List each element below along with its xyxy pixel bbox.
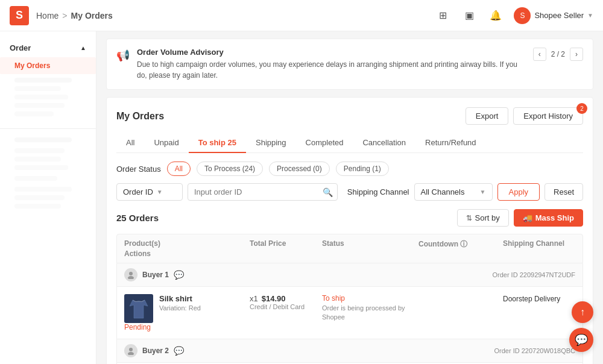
order-status-label: Order Status bbox=[116, 165, 161, 174]
sort-button[interactable]: ⇅ Sort by bbox=[457, 209, 509, 227]
count-actions: ⇅ Sort by 🚚 Mass Ship bbox=[457, 209, 583, 227]
floating-scroll-top-button[interactable]: ↑ bbox=[572, 301, 593, 323]
seller-avatar: S bbox=[514, 7, 531, 24]
advisory-banner: 📢 Order Volume Advisory Due to high camp… bbox=[106, 39, 593, 90]
tab-to-ship[interactable]: To ship 25 bbox=[189, 133, 246, 153]
product-price: x1$14.90 Credit / Debit Card bbox=[250, 294, 322, 310]
orders-count: 25 Orders bbox=[116, 213, 159, 223]
advisory-next-button[interactable]: › bbox=[570, 48, 583, 61]
shopee-logo: S bbox=[10, 6, 29, 25]
layout-icon[interactable]: ▣ bbox=[461, 7, 478, 24]
status-pending-button[interactable]: Pending (1) bbox=[336, 162, 389, 176]
tab-shipping[interactable]: Shipping bbox=[246, 133, 296, 153]
chevron-down-icon: ▼ bbox=[587, 12, 593, 19]
count-row: 25 Orders ⇅ Sort by 🚚 Mass Ship bbox=[116, 209, 583, 227]
status-text: To ship bbox=[322, 294, 418, 303]
orders-header: My Orders Export Export History 2 bbox=[116, 107, 583, 125]
col-products: Product(s) bbox=[124, 239, 250, 249]
advisory-text: Due to high campaign order volumes, you … bbox=[137, 59, 526, 81]
main-layout: Order ▲ My Orders bbox=[0, 31, 603, 364]
status-processed-button[interactable]: Processed (0) bbox=[269, 162, 330, 176]
status-sub: Order is being processed by Shopee bbox=[322, 304, 418, 322]
grid-icon[interactable]: ⊞ bbox=[434, 7, 451, 24]
order-section: Order ▲ My Orders bbox=[0, 39, 96, 124]
order-id-select[interactable]: Order ID ▼ bbox=[116, 183, 183, 201]
search-row: Order ID ▼ 🔍 Shipping Channel All Channe… bbox=[116, 183, 583, 201]
actions-col: Pending bbox=[124, 323, 250, 331]
shipping-channel-select[interactable]: All Channels ▼ bbox=[414, 183, 493, 201]
export-button[interactable]: Export bbox=[466, 107, 509, 125]
shipping-channel-value: All Channels bbox=[421, 187, 465, 196]
breadcrumb: Home > My Orders bbox=[36, 11, 113, 20]
export-history-button[interactable]: Export History 2 bbox=[513, 107, 583, 125]
product-name: Silk shirt bbox=[159, 294, 201, 303]
col-actions: Actions bbox=[124, 249, 250, 258]
search-input-wrap: 🔍 bbox=[188, 183, 338, 201]
svg-point-4 bbox=[128, 352, 134, 355]
pending-status: Pending bbox=[124, 323, 151, 331]
svg-point-0 bbox=[129, 272, 133, 275]
price-main: $14.90 bbox=[262, 294, 286, 303]
search-input[interactable] bbox=[188, 183, 338, 201]
app-header: S Home > My Orders ⊞ ▣ 🔔 S Shopee Seller… bbox=[0, 0, 603, 31]
shipping-channel-value: Doorstep Delivery bbox=[503, 295, 560, 303]
seller-label: Shopee Seller bbox=[534, 11, 584, 20]
order-id-label: Order ID bbox=[123, 187, 153, 196]
breadcrumb-sep: > bbox=[62, 11, 67, 20]
sidebar: Order ▲ My Orders bbox=[0, 31, 96, 364]
chevron-up-icon: ▲ bbox=[80, 45, 86, 51]
shipping-channel-label: Shipping Channel bbox=[347, 187, 409, 196]
payment-method: Credit / Debit Card bbox=[250, 303, 322, 310]
advisory-nav: ‹ 2 / 2 › bbox=[533, 48, 583, 61]
col-shipping: Shipping Channel bbox=[503, 239, 575, 249]
export-history-badge: 2 bbox=[576, 103, 587, 114]
advisory-prev-button[interactable]: ‹ bbox=[533, 48, 546, 61]
main-content: 📢 Order Volume Advisory Due to high camp… bbox=[96, 31, 603, 364]
sidebar-section-order[interactable]: Order ▲ bbox=[0, 39, 96, 57]
advisory-title: Order Volume Advisory bbox=[137, 48, 526, 57]
sidebar-section-label: Order bbox=[10, 43, 31, 52]
product-info: Silk shirt Variation: Red bbox=[124, 294, 250, 323]
seller-profile[interactable]: S Shopee Seller ▼ bbox=[514, 7, 593, 24]
tab-completed[interactable]: Completed bbox=[296, 133, 353, 153]
bell-icon[interactable]: 🔔 bbox=[487, 7, 504, 24]
tab-all[interactable]: All bbox=[116, 133, 144, 153]
status-to-process-button[interactable]: To Process (24) bbox=[197, 162, 263, 176]
chat-icon[interactable]: 💬 bbox=[174, 270, 184, 280]
header-actions: ⊞ ▣ 🔔 S Shopee Seller ▼ bbox=[434, 7, 593, 24]
status-filter: Order Status All To Process (24) Process… bbox=[116, 162, 583, 176]
apply-button[interactable]: Apply bbox=[497, 183, 540, 201]
buyer-name: Buyer 2 bbox=[142, 347, 169, 355]
product-qty: x1 bbox=[250, 294, 258, 303]
search-icon[interactable]: 🔍 bbox=[323, 187, 333, 197]
table-body: Buyer 1 💬 Order ID 22092947NT2UDF bbox=[116, 263, 583, 364]
advisory-content: Order Volume Advisory Due to high campai… bbox=[137, 48, 526, 81]
sort-label: Sort by bbox=[475, 213, 500, 222]
chat-icon[interactable]: 💬 bbox=[174, 346, 184, 356]
sidebar-item-my-orders[interactable]: My Orders bbox=[0, 57, 96, 74]
status-all-button[interactable]: All bbox=[167, 162, 191, 176]
orders-table: Product(s) Total Price Status Countdown … bbox=[116, 234, 583, 364]
product-variation: Variation: Red bbox=[159, 304, 201, 312]
orders-card: My Orders Export Export History 2 All Un… bbox=[106, 97, 593, 364]
sidebar-blurred-items bbox=[0, 74, 96, 124]
order-id-2: Order ID 220720W018QBC bbox=[494, 347, 575, 354]
buyer-avatar bbox=[124, 344, 137, 357]
col-status: Status bbox=[322, 239, 418, 249]
home-link[interactable]: Home bbox=[36, 11, 58, 20]
reset-button[interactable]: Reset bbox=[545, 183, 583, 201]
floating-chat-button[interactable]: 💬 bbox=[569, 328, 593, 352]
table-header: Product(s) Total Price Status Countdown … bbox=[116, 234, 583, 263]
product-status: To ship Order is being processed by Shop… bbox=[322, 294, 418, 322]
table-row: Silk shirt Variation: Red x1$14.90 Credi… bbox=[117, 287, 582, 339]
tab-cancellation[interactable]: Cancellation bbox=[353, 133, 415, 153]
advisory-pagination: 2 / 2 bbox=[551, 50, 565, 58]
buyer-avatar bbox=[124, 268, 137, 281]
orders-title: My Orders bbox=[116, 111, 164, 122]
col-price: Total Price bbox=[250, 239, 322, 249]
mass-ship-button[interactable]: 🚚 Mass Ship bbox=[514, 209, 583, 227]
chevron-down-icon: ▼ bbox=[157, 189, 163, 195]
ship-icon: 🚚 bbox=[523, 213, 532, 222]
tab-return-refund[interactable]: Return/Refund bbox=[415, 133, 486, 153]
tab-unpaid[interactable]: Unpaid bbox=[144, 133, 188, 153]
